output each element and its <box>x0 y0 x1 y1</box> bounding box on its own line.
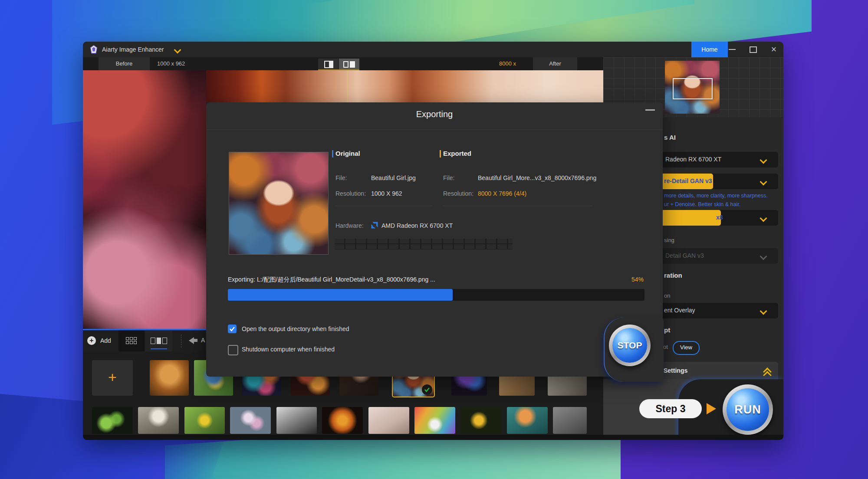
single-view-toggle[interactable] <box>318 59 339 69</box>
after-resolution: 8000 x 7696 <box>499 57 528 70</box>
toolbar-partial-label: A <box>201 337 205 344</box>
chevron-down-icon <box>761 157 766 163</box>
preview-image-strip[interactable] <box>206 70 603 102</box>
thumbnail-yellow-bird[interactable] <box>184 407 225 434</box>
step3-arrow-icon <box>707 403 716 414</box>
exported-accent-bar <box>440 150 441 157</box>
close-button[interactable] <box>769 43 779 56</box>
exported-resolution-label: Resolution: <box>443 190 473 197</box>
original-heading: Original <box>335 150 360 157</box>
progress-bar-fill <box>228 289 453 301</box>
exported-resolution-value: 8000 X 7696 (4/4) <box>478 190 526 197</box>
step3-pill: Step 3 <box>639 399 702 418</box>
thumbnail-fire-bird[interactable] <box>322 407 363 434</box>
thumbnail-bw-woman[interactable] <box>276 407 317 434</box>
chevron-down-icon <box>761 216 766 221</box>
exported-file-value: Beautiful Girl_More...v3_x8_8000x7696.pn… <box>478 174 596 181</box>
dialog-minimize-button[interactable] <box>645 109 655 111</box>
stop-button-backdrop: STOP <box>604 318 664 382</box>
thumbnail-partial[interactable] <box>553 407 587 434</box>
configuration-section-header: ration <box>664 272 682 279</box>
original-resolution-value: 1000 X 962 <box>371 190 402 197</box>
window-bottom-strip <box>83 435 783 440</box>
original-file-value: Beautiful Girl.jpg <box>371 174 416 181</box>
stop-button[interactable]: STOP <box>609 325 651 366</box>
grid-view-icon <box>126 337 138 344</box>
plus-circle-icon <box>87 336 96 345</box>
compare-toolbar: Before 1000 x 962 8000 x 7696 After <box>83 57 603 70</box>
tile-progress-grid <box>335 239 513 249</box>
exported-column-divider <box>443 206 592 206</box>
add-button-label: Add <box>100 337 111 344</box>
thumbnail-pale-portrait[interactable] <box>368 407 409 434</box>
settings-header: Settings <box>664 367 687 374</box>
thumbnail-orange-girl[interactable] <box>507 407 548 434</box>
gpu-dropdown[interactable]: Radeon RX 6700 XT <box>645 152 778 167</box>
overlay-dropdown[interactable]: ent Overlay <box>645 303 778 318</box>
app-title: Aiarty Image Enhancer <box>102 46 164 53</box>
view-button[interactable]: View <box>673 341 700 355</box>
exporting-dialog: Exporting Original Exported File: Beauti… <box>206 102 663 377</box>
arrow-left-icon[interactable] <box>189 337 194 344</box>
shutdown-label: Shutdown computer when finished <box>242 346 335 353</box>
chevron-down-icon <box>761 179 766 184</box>
thumbnail-apples[interactable] <box>92 407 133 434</box>
thumbnail-jellyfish[interactable] <box>230 407 271 434</box>
open-directory-label: Open the output directory when finished <box>242 325 349 332</box>
face-model-value: Detail GAN v3 <box>665 252 704 259</box>
preview-image-left[interactable] <box>83 70 206 330</box>
filmstrip-view-icon <box>151 338 167 344</box>
run-section: Step 3 RUN <box>603 379 783 440</box>
minimize-button[interactable] <box>729 49 736 50</box>
tab-before[interactable]: Before <box>99 57 150 70</box>
navigator-viewport-rect[interactable] <box>673 78 713 99</box>
hardware-label: Hardware: <box>335 222 364 229</box>
active-view-underline <box>151 348 167 349</box>
thumbnail-rainbow[interactable] <box>414 407 455 434</box>
original-resolution-label: Resolution: <box>335 190 366 197</box>
model-description-line1: more details, more clarity, more sharpne… <box>664 193 768 199</box>
scale-dropdown-value: x8 <box>716 214 723 221</box>
grid-view-button[interactable] <box>118 330 145 351</box>
app-logo-icon <box>89 45 99 54</box>
toolbar-divider <box>181 335 181 348</box>
title-bar: Aiarty Image Enhancer Home <box>83 42 783 57</box>
option-label: on <box>664 292 670 299</box>
dialog-preview-thumbnail <box>229 152 329 255</box>
split-view-toggle[interactable] <box>339 59 359 69</box>
gpu-dropdown-value: Radeon RX 6700 XT <box>665 156 721 163</box>
model-dropdown[interactable]: re-Detail GAN v3 <box>645 174 778 189</box>
dialog-divider <box>206 129 663 130</box>
thumbnail-sunflower-girl[interactable] <box>460 407 501 434</box>
prompt-section-header: pt <box>664 326 670 334</box>
single-view-icon <box>324 61 333 68</box>
desktop-wallpaper: Aiarty Image Enhancer Home Before 1000 x… <box>0 0 868 479</box>
ai-section-header: s AI <box>664 134 676 141</box>
original-accent-bar <box>332 150 333 157</box>
exported-file-label: File: <box>443 174 454 181</box>
thumbnail-tiger[interactable] <box>150 360 189 396</box>
maximize-button[interactable] <box>750 46 757 53</box>
export-path-text: Exporting: L:/配图/超分后/Beautiful Girl_More… <box>228 276 435 284</box>
shutdown-checkbox[interactable] <box>228 345 238 355</box>
exported-heading: Exported <box>443 150 471 157</box>
chevron-down-icon[interactable] <box>175 47 180 52</box>
compare-split-line[interactable] <box>347 70 348 102</box>
home-button[interactable]: Home <box>691 42 728 57</box>
processing-section-label: sing <box>664 237 674 243</box>
thumbnail-hat-woman[interactable] <box>138 407 179 434</box>
prompt-label: ot <box>663 344 668 350</box>
progress-percent: 54% <box>631 276 644 283</box>
add-image-tile[interactable] <box>92 360 133 396</box>
split-view-icon <box>343 61 349 68</box>
model-description-line2: ur + Denoise. Better skin & hair. <box>664 201 740 207</box>
open-directory-checkbox[interactable] <box>228 325 237 333</box>
model-dropdown-value: re-Detail GAN v3 <box>664 177 712 184</box>
amd-logo-icon <box>370 221 379 230</box>
tab-after[interactable]: After <box>533 57 577 70</box>
overlay-dropdown-value: ent Overlay <box>664 307 695 314</box>
filmstrip-view-button[interactable] <box>145 330 172 351</box>
before-resolution: 1000 x 962 <box>157 57 185 70</box>
scale-dropdown[interactable]: x8 <box>645 210 778 226</box>
run-button[interactable]: RUN <box>723 384 773 435</box>
